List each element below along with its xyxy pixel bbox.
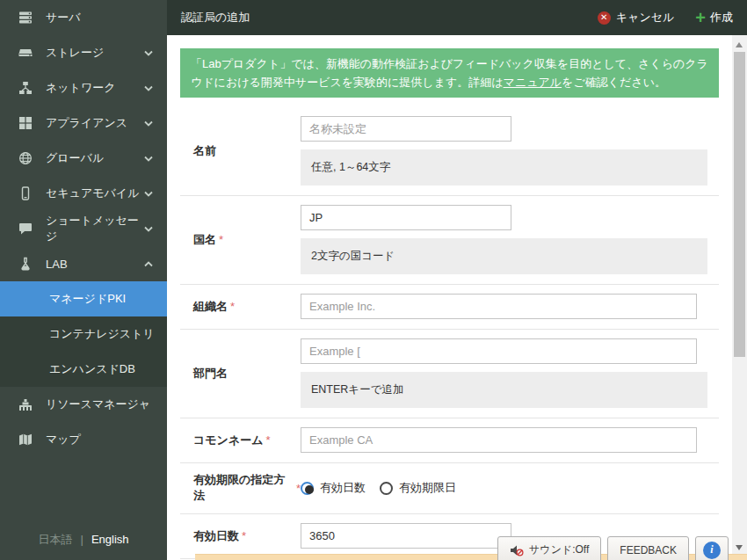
- language-ja[interactable]: 日本語: [38, 533, 72, 546]
- sidebar-item-label: リソースマネージャ: [46, 396, 150, 412]
- 有効日数-input[interactable]: [301, 523, 511, 549]
- main-content: 「Labプロダクト」では、新機能の動作検証およびフィードバック収集を目的として、…: [167, 35, 732, 560]
- form-row-名前: 名前任意, 1～64文字: [180, 107, 719, 196]
- chevron-down-icon: [144, 85, 153, 91]
- chevron-down-icon: [144, 226, 153, 232]
- sidebar-item-グローバル[interactable]: グローバル: [0, 141, 167, 176]
- feedback-label: FEEDBACK: [620, 544, 677, 556]
- sidebar-item-ストレージ[interactable]: ストレージ: [0, 35, 167, 70]
- create-button-label: 作成: [710, 10, 733, 25]
- radio-circle-icon: [380, 482, 393, 495]
- form-row-国名: 国名*2文字の国コード: [180, 196, 719, 285]
- field-label-text: コモンネーム: [193, 433, 264, 448]
- lab-icon: [18, 257, 33, 272]
- sidebar-item-label: グローバル: [46, 150, 104, 166]
- info-button[interactable]: i: [695, 536, 729, 560]
- submenu-item-エンハンスドDB[interactable]: エンハンスドDB: [0, 352, 167, 387]
- feedback-button[interactable]: FEEDBACK: [607, 536, 689, 560]
- 組織名-input[interactable]: [301, 294, 697, 319]
- 名前-input[interactable]: [301, 116, 511, 142]
- required-asterisk: *: [230, 300, 235, 313]
- submenu-item-label: エンハンスドDB: [49, 361, 135, 377]
- radio-circle-icon: [301, 482, 314, 495]
- field-label-text: 部門名: [193, 366, 228, 382]
- plus-icon: +: [695, 9, 706, 26]
- sidebar-item-セキュアモバイル[interactable]: セキュアモバイル: [0, 176, 167, 211]
- field-label: 部門名: [180, 338, 301, 408]
- vertical-scrollbar[interactable]: [732, 35, 747, 560]
- sound-toggle-button[interactable]: サウンド:Off: [497, 536, 601, 560]
- scroll-down-arrow-icon[interactable]: [736, 545, 743, 550]
- scrollbar-thumb[interactable]: [734, 52, 745, 357]
- storage-icon: [18, 46, 33, 61]
- scroll-up-arrow-icon[interactable]: [736, 42, 743, 47]
- submenu-item-label: コンテナレジストリ: [49, 326, 155, 342]
- required-asterisk: *: [219, 233, 223, 246]
- 部門名-input[interactable]: [301, 338, 697, 364]
- sidebar-item-ショートメッセージ[interactable]: ショートメッセージ: [0, 211, 167, 246]
- cancel-button[interactable]: ✕ キャンセル: [598, 10, 675, 25]
- radio-option-有効日数[interactable]: 有効日数: [301, 480, 366, 496]
- submenu-item-マネージドPKI[interactable]: マネージドPKI: [0, 281, 167, 316]
- required-asterisk: *: [242, 529, 246, 542]
- map-icon: [18, 433, 33, 447]
- page-header: 認証局の追加 ✕ キャンセル + 作成: [167, 0, 747, 35]
- field-label: 有効期限の指定方法*: [180, 472, 301, 504]
- radio-option-label: 有効日数: [320, 480, 366, 496]
- field-help-text: ENTERキーで追加: [301, 372, 707, 408]
- sound-toggle-label: サウンド:Off: [529, 542, 589, 557]
- field-label-text: 名前: [193, 143, 216, 159]
- sidebar-item-アプライアンス[interactable]: アプライアンス: [0, 105, 167, 141]
- field-control: 2文字の国コード: [301, 205, 719, 274]
- chevron-down-icon: [144, 156, 153, 162]
- resource-manager-icon: [18, 397, 33, 412]
- language-switcher: 日本語|English: [0, 532, 167, 548]
- message-icon: [18, 222, 33, 236]
- mobile-icon: [18, 186, 33, 201]
- required-asterisk: *: [266, 433, 271, 447]
- sidebar-item-サーバ[interactable]: サーバ: [0, 0, 167, 35]
- submenu-item-label: マネージドPKI: [49, 291, 126, 307]
- sidebar-item-マップ[interactable]: マップ: [0, 422, 167, 457]
- sidebar-item-label: ストレージ: [46, 45, 104, 61]
- chevron-down-icon: [144, 120, 153, 127]
- sidebar-item-LAB[interactable]: LAB: [0, 246, 167, 281]
- create-button[interactable]: + 作成: [695, 9, 733, 26]
- radio-option-有効期限日[interactable]: 有効期限日: [380, 480, 456, 496]
- language-en[interactable]: English: [91, 533, 129, 546]
- sidebar-item-label: サーバ: [46, 10, 81, 25]
- info-icon: i: [703, 542, 721, 559]
- sidebar-item-label: ネットワーク: [46, 80, 116, 96]
- form-row-部門名: 部門名ENTERキーで追加: [180, 330, 719, 418]
- banner-text-after: をご確認ください。: [562, 76, 666, 89]
- speaker-muted-icon: [510, 544, 524, 556]
- field-help-text: 任意, 1～64文字: [301, 149, 707, 185]
- field-control: 有効日数有効期限日: [301, 472, 719, 504]
- lab-submenu: マネージドPKIコンテナレジストリエンハンスドDB: [0, 281, 167, 387]
- cancel-button-label: キャンセル: [616, 10, 675, 25]
- lab-notice-banner: 「Labプロダクト」では、新機能の動作検証およびフィードバック収集を目的として、…: [180, 48, 719, 98]
- sidebar: サーバストレージネットワークアプライアンスグローバルセキュアモバイルショートメッ…: [0, 0, 167, 560]
- 国名-input[interactable]: [301, 205, 511, 230]
- form-row-組織名: 組織名*: [180, 285, 719, 330]
- chevron-down-icon: [144, 191, 153, 197]
- field-control: 任意, 1～64文字: [301, 116, 719, 185]
- cancel-x-icon: ✕: [598, 11, 611, 25]
- sidebar-item-リソースマネージャ[interactable]: リソースマネージャ: [0, 387, 167, 422]
- submenu-item-コンテナレジストリ[interactable]: コンテナレジストリ: [0, 316, 167, 352]
- chevron-up-icon: [144, 261, 153, 267]
- page-title: 認証局の追加: [167, 10, 598, 25]
- sidebar-item-ネットワーク[interactable]: ネットワーク: [0, 70, 167, 105]
- chevron-down-icon: [144, 50, 153, 56]
- sidebar-nav: サーバストレージネットワークアプライアンスグローバルセキュアモバイルショートメッ…: [0, 0, 167, 457]
- manual-link[interactable]: マニュアル: [504, 76, 562, 89]
- field-label: コモンネーム*: [180, 427, 301, 453]
- field-label-text: 組織名: [193, 299, 228, 315]
- field-label-text: 国名: [193, 232, 216, 248]
- footer-widgets: サウンド:Off FEEDBACK i: [491, 536, 729, 560]
- server-icon: [18, 11, 33, 25]
- コモンネーム-input[interactable]: [301, 427, 697, 453]
- sidebar-item-label: ショートメッセージ: [46, 213, 144, 244]
- field-control: ENTERキーで追加: [301, 338, 719, 408]
- field-label: 有効日数*: [180, 523, 301, 549]
